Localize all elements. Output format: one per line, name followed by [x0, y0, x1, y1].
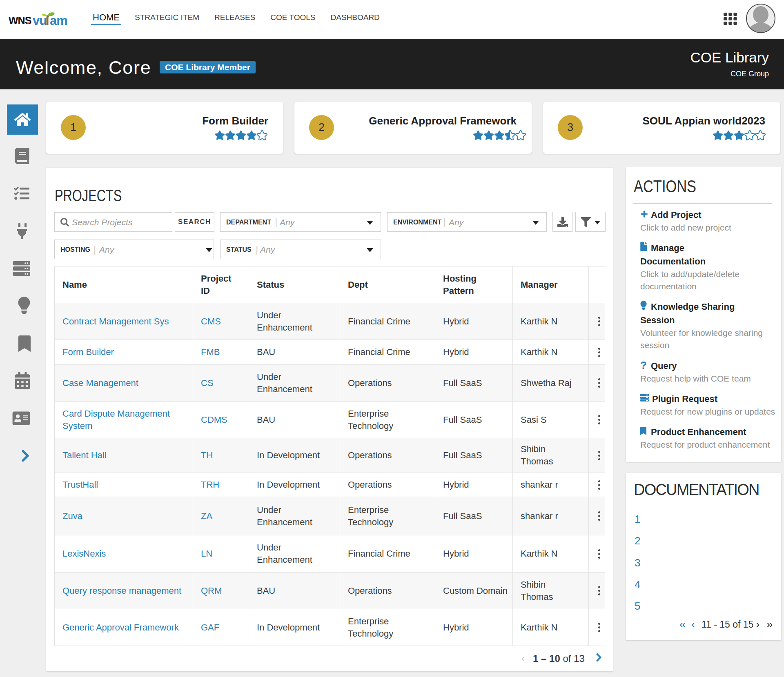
svg-text:WNS: WNS	[9, 15, 31, 26]
